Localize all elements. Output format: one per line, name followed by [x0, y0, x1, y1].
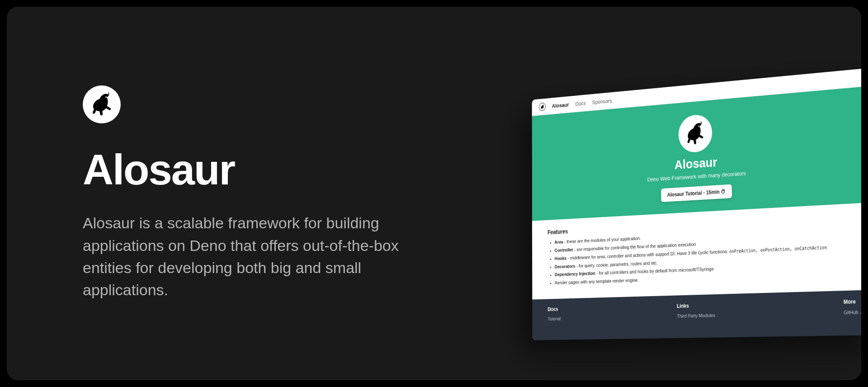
mock-footer-col: DocsTutorial: [548, 306, 561, 323]
mock-footer-link[interactable]: GitHub ↗: [844, 309, 861, 316]
mock-brand[interactable]: Alosaur: [552, 101, 569, 109]
mock-nav-sponsors[interactable]: Sponsors: [592, 97, 612, 105]
mock-logo-icon: [539, 103, 546, 111]
mock-footer-heading: Docs: [548, 306, 561, 312]
mock-footer-heading: More: [844, 298, 861, 305]
alosaur-logo: [83, 85, 121, 123]
mock-nav-docs[interactable]: Docs: [575, 100, 585, 107]
page-description: Alosaur is a scalable framework for buil…: [83, 212, 424, 301]
mock-footer-col: LinksThird Party Modules: [677, 302, 715, 321]
dinosaur-icon: [86, 89, 117, 120]
promo-card: Alosaur Alosaur is a scalable framework …: [7, 7, 861, 380]
mock-footer-link[interactable]: Third Party Modules: [677, 313, 715, 319]
mock-features-list: Area - these are the modules of your app…: [547, 225, 861, 287]
mock-footer-heading: Links: [677, 302, 715, 309]
mock-footer-link[interactable]: Tutorial: [548, 316, 561, 321]
screenshot-preview: Alosaur Docs Sponsors Alosaur Deno Web F…: [532, 67, 861, 340]
mock-footer-col: MoreGitHub ↗: [844, 298, 861, 317]
page-title: Alosaur: [83, 149, 424, 191]
mock-hero-logo: [678, 113, 712, 153]
left-panel: Alosaur Alosaur is a scalable framework …: [7, 85, 451, 301]
mock-tutorial-button[interactable]: Alosaur Tutorial - 15min ⏱: [661, 184, 732, 202]
